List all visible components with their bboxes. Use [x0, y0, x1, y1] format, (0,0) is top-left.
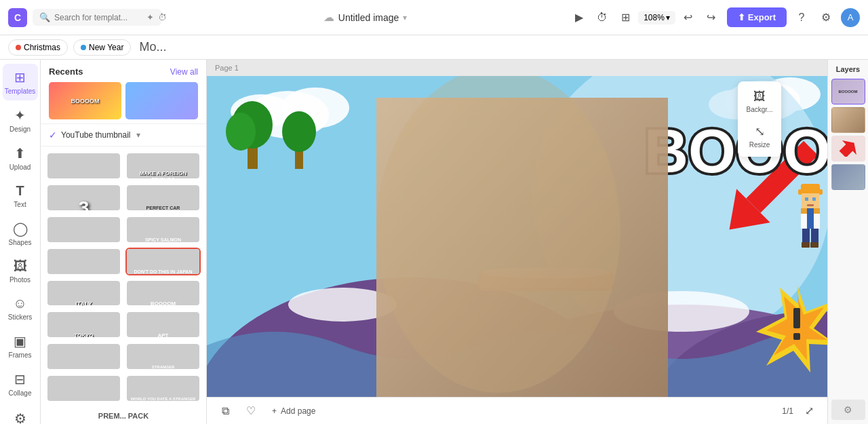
- favorite-button[interactable]: ♡: [241, 401, 261, 421]
- layer-settings-thumb[interactable]: ⚙: [831, 400, 865, 420]
- tag-christmas[interactable]: Christmas: [8, 39, 68, 56]
- template-monetized[interactable]: FINALLY MONETIZED: [46, 343, 121, 370]
- canvas-container[interactable]: BOOOOM 🖼 Backgr..: [207, 76, 827, 397]
- svg-point-12: [282, 111, 316, 152]
- sidebar-item-plugins[interactable]: ⚙ Plugins: [3, 405, 38, 424]
- svg-rect-31: [802, 229, 810, 244]
- panel-header: Recents View all BOOOOM: [41, 60, 206, 124]
- export-label: Export: [748, 12, 776, 22]
- settings-icon[interactable]: ⚙: [816, 8, 835, 27]
- more-tags-button[interactable]: Mo...: [136, 40, 169, 54]
- plugins-icon: ⚙: [14, 410, 26, 424]
- template-italy[interactable]: ITALY: [46, 280, 121, 307]
- canvas-bottom-left: ⧉ ♡ + Add page: [215, 401, 776, 421]
- resize-icon: ⤡: [755, 124, 765, 139]
- sidebar-item-shapes[interactable]: ◯ Shapes: [3, 215, 38, 252]
- sidebar-item-frames[interactable]: ▣ Frames: [3, 328, 38, 364]
- recent-thumb-1[interactable]: BOOOOM: [49, 82, 121, 119]
- resize-label: Resize: [749, 141, 770, 149]
- topbar-center: ☁ Untitled image ▾: [167, 11, 564, 24]
- layer-thumb-1[interactable]: BOOOOM: [831, 79, 865, 104]
- page-counter: 1/1: [782, 406, 793, 416]
- svg-rect-32: [811, 229, 818, 244]
- template-3[interactable]: 3: [46, 184, 121, 212]
- template-lucas[interactable]: LUCAS: [46, 216, 121, 244]
- view-all-button[interactable]: View all: [170, 67, 198, 77]
- svg-point-59: [376, 76, 620, 393]
- tag-new-year[interactable]: New Year: [73, 39, 131, 56]
- templates-panel: Recents View all BOOOOM ✓ YouTube thumbn…: [41, 60, 207, 424]
- template-camera[interactable]: BEST CAMERA: [46, 248, 121, 275]
- template-apt[interactable]: APT: [125, 311, 201, 339]
- shapes-label: Shapes: [9, 239, 32, 246]
- fullscreen-button[interactable]: ⤢: [799, 401, 819, 421]
- doc-title-area[interactable]: ☁ Untitled image ▾: [323, 11, 408, 24]
- sidebar-item-photos[interactable]: 🖼 Photos: [3, 253, 38, 289]
- page-current: 1: [782, 406, 787, 416]
- collage-icon: ⊟: [14, 371, 26, 387]
- svg-rect-30: [810, 208, 814, 229]
- template-japan[interactable]: DON'T DO THIS IN JAPAN: [125, 248, 201, 275]
- user-avatar[interactable]: A: [841, 8, 860, 27]
- ai-icon[interactable]: ✦: [146, 12, 154, 22]
- premium-pack-label: PREM... PACK: [41, 408, 206, 424]
- layer-thumb-2[interactable]: [831, 107, 865, 133]
- template-sanjuan[interactable]: SAN JUAN: [46, 152, 121, 180]
- svg-point-10: [226, 113, 256, 151]
- redo-button[interactable]: ↪: [701, 7, 722, 28]
- svg-rect-33: [802, 242, 810, 248]
- search-icon: 🔍: [39, 12, 50, 22]
- export-button[interactable]: ⬆ Export: [727, 7, 787, 27]
- sidebar-item-collage[interactable]: ⊟ Collage: [3, 366, 38, 402]
- history-icon[interactable]: ⏱: [158, 12, 167, 22]
- filter-check-icon: ✓: [49, 130, 57, 140]
- cursor-tool[interactable]: ▶: [569, 7, 589, 28]
- canvas[interactable]: BOOOOM: [207, 76, 827, 397]
- template-boooom2[interactable]: BOOOOM: [125, 280, 201, 307]
- template-stranger[interactable]: STRANGER: [125, 343, 201, 370]
- collage-label: Collage: [9, 389, 32, 397]
- timer-tool[interactable]: ⏱: [592, 7, 612, 28]
- search-input[interactable]: [54, 13, 142, 22]
- topbar-left: C 🔍 ✦ ⏱: [8, 8, 161, 27]
- background-button[interactable]: 🖼 Backgr...: [742, 85, 777, 117]
- help-icon[interactable]: ?: [792, 8, 811, 27]
- layer-thumb-3[interactable]: [831, 136, 865, 161]
- zoom-control[interactable]: 108% ▾: [638, 11, 675, 24]
- svg-rect-38: [793, 333, 800, 340]
- add-page-button[interactable]: + Add page: [267, 404, 321, 419]
- templates-label: Templates: [5, 88, 36, 95]
- sidebar-item-text[interactable]: T Text: [3, 178, 38, 214]
- template-world[interactable]: WORLD YOU DATE A STRANGER: [125, 374, 201, 402]
- template-salmon[interactable]: SPICY SALMON: [125, 216, 201, 244]
- svg-rect-22: [801, 184, 820, 193]
- layout-tool[interactable]: ⊞: [615, 7, 635, 28]
- duplicate-page-button[interactable]: ⧉: [215, 401, 235, 421]
- sidebar-item-templates[interactable]: ⊞ Templates: [3, 64, 38, 100]
- template-foreign[interactable]: MAKE A FOREIGN FRIEND?: [125, 152, 201, 180]
- filter-label[interactable]: YouTube thumbnail: [61, 130, 131, 140]
- svg-rect-26: [807, 204, 814, 206]
- floating-panel: 🖼 Backgr... ⤡ Resize: [738, 81, 781, 157]
- recent-thumb-2[interactable]: [125, 82, 198, 119]
- search-box[interactable]: 🔍 ✦ ⏱: [33, 9, 161, 26]
- design-icon: ✦: [14, 107, 26, 123]
- sidebar-item-upload[interactable]: ⬆ Upload: [3, 140, 38, 176]
- template-coffee[interactable]: PRODUCT REVIEW COFFEE MAKER: [46, 374, 121, 402]
- template-tokyo[interactable]: TOKYO: [46, 311, 121, 339]
- layer-thumb-4[interactable]: [831, 164, 865, 190]
- chevron-down-icon[interactable]: ▾: [403, 13, 407, 22]
- sidebar-item-design[interactable]: ✦ Design: [3, 102, 38, 138]
- templates-icon: ⊞: [14, 69, 26, 85]
- tags-bar: Christmas New Year Mo...: [0, 35, 868, 60]
- resize-button[interactable]: ⤡ Resize: [742, 120, 777, 153]
- app-logo[interactable]: C: [8, 8, 27, 27]
- filter-chevron-icon[interactable]: ▾: [136, 130, 140, 140]
- sidebar-item-stickers[interactable]: ☺ Stickers: [3, 290, 38, 326]
- design-label: Design: [9, 126, 31, 133]
- left-sidebar: ⊞ Templates ✦ Design ⬆ Upload T Text ◯ S…: [0, 60, 41, 424]
- canvas-bottom-bar: ⧉ ♡ + Add page 1/1 ⤢: [207, 397, 827, 424]
- undo-button[interactable]: ↩: [678, 7, 698, 28]
- template-perfect[interactable]: PERFECT CAR: [125, 184, 201, 212]
- svg-rect-37: [793, 308, 800, 328]
